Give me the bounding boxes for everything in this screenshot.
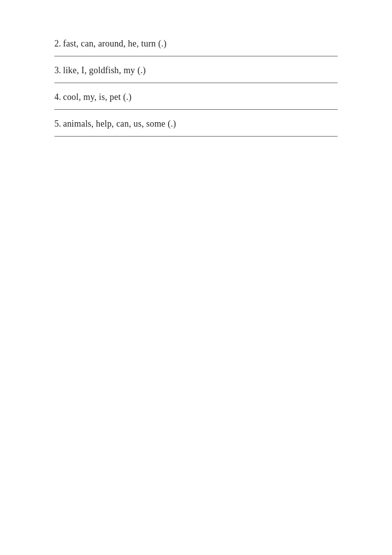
- divider: [54, 136, 338, 137]
- item-row: 5. animals, help, can, us, some (.): [54, 110, 338, 136]
- item-row: 4. cool, my, is, pet (.): [54, 83, 338, 109]
- item-words: fast, can, around, he, turn (.): [63, 39, 167, 49]
- exercise-item: 2. fast, can, around, he, turn (.): [54, 30, 338, 56]
- item-row: 3. like, I, goldfish, my (.): [54, 56, 338, 83]
- page: 2. fast, can, around, he, turn (.)3. lik…: [0, 0, 392, 555]
- item-words: like, I, goldfish, my (.): [63, 65, 146, 76]
- item-number: 2.: [54, 39, 61, 49]
- item-number: 3.: [54, 65, 61, 76]
- item-words: animals, help, can, us, some (.): [63, 119, 176, 129]
- item-number: 5.: [54, 119, 61, 129]
- exercise-list: 2. fast, can, around, he, turn (.)3. lik…: [54, 30, 338, 137]
- exercise-item: 4. cool, my, is, pet (.): [54, 83, 338, 110]
- item-words: cool, my, is, pet (.): [63, 92, 132, 102]
- exercise-item: 3. like, I, goldfish, my (.): [54, 56, 338, 83]
- item-row: 2. fast, can, around, he, turn (.): [54, 30, 338, 56]
- item-number: 4.: [54, 92, 61, 102]
- exercise-item: 5. animals, help, can, us, some (.): [54, 110, 338, 137]
